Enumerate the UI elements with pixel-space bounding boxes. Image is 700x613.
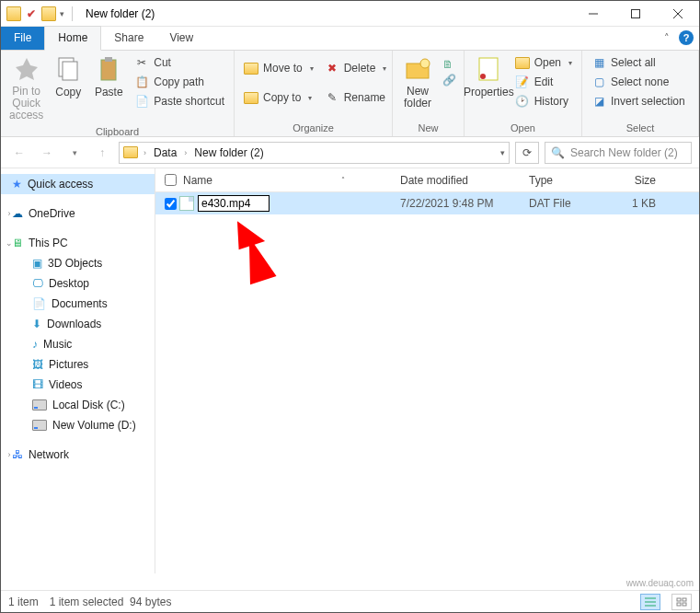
copy-icon bbox=[53, 54, 83, 84]
copy-button[interactable]: Copy bbox=[48, 52, 88, 100]
move-to-button[interactable]: Move to bbox=[242, 60, 316, 76]
organize-group-label: Organize bbox=[238, 121, 388, 136]
pin-to-quick-access-button[interactable]: Pin to Quick access bbox=[5, 52, 48, 124]
help-icon[interactable]: ? bbox=[679, 30, 694, 45]
new-folder-button[interactable]: New folder bbox=[396, 52, 439, 111]
qat-folder-icon[interactable] bbox=[41, 6, 56, 21]
open-group-label: Open bbox=[468, 121, 578, 136]
search-icon: 🔍 bbox=[551, 146, 565, 159]
file-checkbox[interactable] bbox=[165, 198, 177, 210]
chevron-right-icon[interactable]: › bbox=[142, 148, 148, 157]
status-selected: 1 item selected bbox=[50, 596, 124, 608]
select-all-checkbox[interactable] bbox=[165, 174, 177, 186]
close-button[interactable] bbox=[657, 1, 699, 27]
rename-button[interactable]: ✎Rename bbox=[323, 89, 389, 106]
paste-button[interactable]: Paste bbox=[88, 52, 129, 100]
details-view-button[interactable] bbox=[640, 594, 660, 610]
chevron-right-icon[interactable]: › bbox=[182, 148, 189, 157]
svg-rect-18 bbox=[677, 603, 681, 606]
view-tab[interactable]: View bbox=[156, 27, 206, 50]
pictures-icon: 🖼 bbox=[32, 358, 43, 371]
column-name[interactable]: Name˄ bbox=[179, 174, 400, 187]
column-type[interactable]: Type bbox=[529, 174, 601, 187]
back-button[interactable]: ← bbox=[8, 142, 30, 164]
svg-rect-17 bbox=[683, 598, 686, 601]
new-folder-icon bbox=[403, 54, 432, 84]
file-type: DAT File bbox=[529, 197, 601, 210]
column-headers: Name˄ Date modified Type Size bbox=[155, 168, 699, 192]
invert-selection-button[interactable]: ◪Invert selection bbox=[590, 93, 687, 110]
file-row[interactable]: e430.mp4 7/22/2021 9:48 PM DAT File 1 KB bbox=[155, 192, 699, 214]
drive-icon bbox=[32, 420, 47, 431]
search-placeholder: Search New folder (2) bbox=[570, 146, 678, 159]
up-button[interactable]: ↑ bbox=[91, 142, 113, 164]
copy-to-icon bbox=[244, 90, 258, 105]
maximize-button[interactable] bbox=[614, 1, 657, 27]
nav-desktop[interactable]: 🖵Desktop bbox=[1, 273, 155, 294]
refresh-button[interactable]: ⟳ bbox=[515, 142, 539, 164]
collapse-ribbon-icon[interactable]: ˄ bbox=[664, 32, 670, 44]
svg-point-9 bbox=[420, 59, 430, 68]
search-input[interactable]: 🔍 Search New folder (2) bbox=[545, 142, 692, 164]
edit-button[interactable]: 📝Edit bbox=[513, 74, 574, 90]
delete-button[interactable]: ✖Delete bbox=[323, 60, 389, 76]
share-tab[interactable]: Share bbox=[101, 27, 156, 50]
paste-shortcut-button[interactable]: 📄Paste shortcut bbox=[132, 93, 226, 110]
address-dropdown-icon[interactable]: ▾ bbox=[500, 148, 505, 157]
paste-shortcut-icon: 📄 bbox=[134, 94, 149, 109]
column-date[interactable]: Date modified bbox=[400, 174, 529, 187]
nav-this-pc[interactable]: ⌄🖥This PC bbox=[1, 233, 155, 253]
nav-3d-objects[interactable]: ▣3D Objects bbox=[1, 253, 155, 273]
select-all-button[interactable]: ▦Select all bbox=[590, 54, 687, 71]
nav-music[interactable]: ♪Music bbox=[1, 334, 155, 354]
nav-downloads[interactable]: ⬇Downloads bbox=[1, 314, 155, 334]
drive-icon bbox=[32, 399, 47, 411]
easy-access-icon[interactable]: 🔗 bbox=[442, 74, 456, 87]
column-size[interactable]: Size bbox=[601, 174, 665, 187]
recent-locations-button[interactable]: ▾ bbox=[63, 142, 86, 164]
scissors-icon: ✂ bbox=[134, 55, 149, 70]
address-row: ← → ▾ ↑ › Data › New folder (2) ▾ ⟳ 🔍 Se… bbox=[1, 137, 699, 168]
navigation-pane: ★ Quick access ›☁OneDrive ⌄🖥This PC ▣3D … bbox=[1, 168, 155, 573]
nav-quick-access[interactable]: ★ Quick access bbox=[1, 174, 155, 194]
file-pane: Name˄ Date modified Type Size e430.mp4 7… bbox=[155, 168, 699, 573]
qat-check-icon[interactable]: ✔ bbox=[25, 7, 38, 20]
minimize-button[interactable] bbox=[572, 1, 614, 27]
select-none-button[interactable]: ▢Select none bbox=[590, 74, 687, 90]
nav-documents[interactable]: 📄Documents bbox=[1, 294, 155, 314]
copy-path-button[interactable]: 📋Copy path bbox=[132, 74, 226, 90]
home-tab[interactable]: Home bbox=[44, 26, 101, 51]
nav-videos[interactable]: 🎞Videos bbox=[1, 375, 155, 395]
breadcrumb-data[interactable]: Data bbox=[150, 145, 180, 161]
invert-selection-icon: ◪ bbox=[591, 94, 606, 109]
address-bar[interactable]: › Data › New folder (2) ▾ bbox=[119, 142, 510, 164]
address-folder-icon bbox=[123, 146, 138, 158]
move-to-icon bbox=[244, 61, 258, 75]
rename-input[interactable]: e430.mp4 bbox=[198, 195, 270, 212]
breadcrumb-current[interactable]: New folder (2) bbox=[190, 145, 267, 161]
cut-button[interactable]: ✂Cut bbox=[132, 54, 226, 71]
svg-rect-5 bbox=[63, 62, 77, 80]
qat-dropdown-icon[interactable]: ▾ bbox=[60, 9, 64, 18]
app-folder-icon bbox=[6, 6, 21, 21]
nav-local-disk-c[interactable]: Local Disk (C:) bbox=[1, 395, 155, 415]
history-button[interactable]: 🕑History bbox=[513, 93, 574, 110]
new-item-icon[interactable]: 🗎 bbox=[442, 58, 456, 71]
properties-icon bbox=[474, 54, 503, 84]
videos-icon: 🎞 bbox=[32, 378, 43, 391]
large-icons-view-button[interactable] bbox=[671, 594, 692, 610]
rename-icon: ✎ bbox=[325, 90, 339, 105]
nav-pictures[interactable]: 🖼Pictures bbox=[1, 354, 155, 375]
properties-button[interactable]: Properties bbox=[468, 52, 510, 100]
nav-onedrive[interactable]: ›☁OneDrive bbox=[1, 203, 155, 224]
watermark: www.deuaq.com bbox=[626, 578, 694, 588]
forward-button[interactable]: → bbox=[36, 142, 58, 164]
open-button[interactable]: Open bbox=[513, 54, 574, 71]
star-icon: ★ bbox=[12, 178, 22, 191]
file-tab[interactable]: File bbox=[1, 27, 44, 50]
nav-new-volume-d[interactable]: New Volume (D:) bbox=[1, 415, 155, 435]
nav-network[interactable]: ›🖧Network bbox=[1, 445, 155, 465]
history-icon: 🕑 bbox=[515, 94, 530, 109]
copy-to-button[interactable]: Copy to bbox=[242, 89, 316, 106]
edit-icon: 📝 bbox=[515, 75, 530, 89]
